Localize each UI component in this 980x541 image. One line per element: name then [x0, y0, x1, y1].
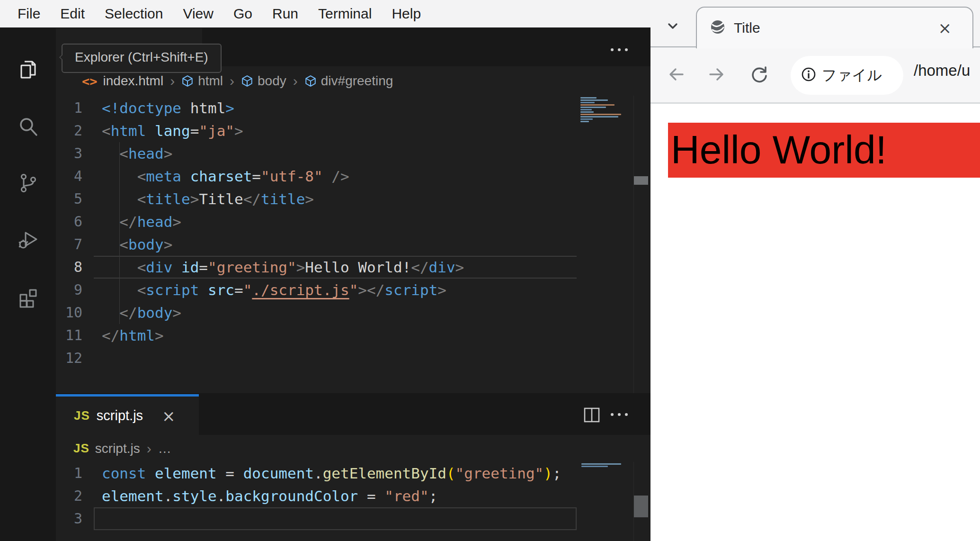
chevron-right-icon: › [293, 73, 298, 89]
reload-icon[interactable] [750, 65, 769, 86]
line-number: 4 [56, 165, 94, 188]
menu-help[interactable]: Help [382, 0, 431, 27]
line-number: 3 [56, 507, 94, 530]
menu-view[interactable]: View [173, 0, 223, 27]
line-number: 3 [56, 142, 94, 165]
menu-file[interactable]: File [8, 0, 50, 27]
line-number: 11 [56, 324, 94, 347]
search-icon[interactable] [17, 116, 39, 137]
code-text: </body> [94, 301, 577, 324]
explorer-icon[interactable] [17, 59, 39, 81]
js-file-icon: JS [74, 408, 90, 423]
line-number: 1 [56, 462, 94, 485]
breadcrumb-file[interactable]: script.js [95, 441, 140, 456]
code-text: <title>Title</title> [94, 188, 577, 210]
code-text: <html lang="ja"> [94, 119, 577, 142]
code-text: <!doctype html> [94, 97, 577, 119]
menu-terminal[interactable]: Terminal [308, 0, 382, 27]
code-line[interactable]: 11</html> [56, 324, 577, 347]
line-number: 12 [56, 347, 94, 370]
line-number: 6 [56, 210, 94, 233]
code-text: <div id="greeting">Hello World!</div> [94, 256, 577, 279]
source-control-icon[interactable] [17, 172, 39, 194]
code-line[interactable]: 8 <div id="greeting">Hello World!</div> [56, 256, 577, 279]
line-number: 10 [56, 301, 94, 324]
scrollbar-thumb[interactable] [634, 496, 648, 517]
code-line[interactable]: 9 <script src="./script.js"></script> [56, 279, 577, 301]
code-text [94, 347, 577, 370]
address-url[interactable]: /home/u [914, 62, 970, 80]
line-number: 9 [56, 279, 94, 301]
code-line[interactable]: 4 <meta charset="utf-8" /> [56, 165, 577, 188]
breadcrumb-segment[interactable]: html [198, 73, 223, 89]
code-line[interactable]: 10 </body> [56, 301, 577, 324]
symbol-cube-icon [181, 75, 194, 87]
indent-guide [119, 142, 120, 324]
chevron-right-icon: › [170, 73, 175, 89]
breadcrumb-segment[interactable]: body [258, 73, 286, 89]
minimap[interactable] [580, 97, 624, 122]
line-number: 2 [56, 119, 94, 142]
js-file-icon: JS [73, 441, 89, 456]
html-file-icon: <> [82, 74, 98, 89]
code-line[interactable]: 5 <title>Title</title> [56, 188, 577, 210]
chevron-right-icon: › [147, 441, 151, 457]
code-text: </head> [94, 210, 577, 233]
code-line[interactable]: 2element.style.backgroundColor = "red"; [56, 485, 577, 507]
scrollbar-thumb[interactable] [634, 176, 648, 185]
code-text: <body> [94, 233, 577, 256]
editor-actions-more-icon[interactable] [611, 413, 628, 416]
menu-run[interactable]: Run [262, 0, 308, 27]
code-text: <script src="./script.js"></script> [94, 279, 577, 301]
browser-toolbar: ファイル /home/u [650, 47, 980, 102]
html-editor[interactable]: 1<!doctype html>2<html lang="ja">3 <head… [56, 96, 650, 393]
globe-favicon [710, 19, 725, 36]
close-tab-icon[interactable]: × [938, 18, 952, 37]
js-editor[interactable]: 1const element = document.getElementById… [56, 462, 650, 541]
tab-title: Title [734, 20, 760, 36]
scrollbar-track [633, 96, 634, 393]
screen: FileEditSelectionViewGoRunTerminalHelp [0, 0, 980, 541]
tooltip-arrow [55, 52, 66, 63]
split-editor-icon[interactable] [584, 407, 600, 424]
forward-icon[interactable] [707, 65, 725, 85]
menu-selection[interactable]: Selection [95, 0, 173, 27]
tab-search-chevron-icon[interactable] [666, 19, 680, 35]
code-line[interactable]: 3 <head> [56, 142, 577, 165]
extensions-icon[interactable] [17, 287, 39, 308]
code-text: </html> [94, 324, 577, 347]
code-text: <head> [94, 142, 577, 165]
close-tab-icon[interactable]: × [162, 406, 176, 425]
menu-bar: FileEditSelectionViewGoRunTerminalHelp [0, 0, 650, 27]
back-icon[interactable] [668, 65, 686, 85]
code-line[interactable]: 7 <body> [56, 233, 577, 256]
line-number: 5 [56, 188, 94, 210]
code-line[interactable]: 6 </head> [56, 210, 577, 233]
menu-edit[interactable]: Edit [50, 0, 95, 27]
code-line[interactable]: 1const element = document.getElementById… [56, 462, 577, 485]
code-text: <meta charset="utf-8" /> [94, 165, 577, 188]
line-number: 7 [56, 233, 94, 256]
line-number: 1 [56, 97, 94, 119]
tab-script-js[interactable]: JS script.js × [56, 394, 199, 435]
page-content: Hello World! [650, 104, 980, 541]
browser-tab[interactable]: Title × [696, 7, 973, 48]
code-line[interactable]: 2<html lang="ja"> [56, 119, 577, 142]
minimap[interactable] [581, 463, 625, 467]
breadcrumb: JS script.js › … [56, 435, 650, 462]
run-and-debug-icon[interactable] [17, 229, 39, 251]
breadcrumb-file[interactable]: index.html [103, 73, 164, 89]
menu-go[interactable]: Go [223, 0, 262, 27]
code-line[interactable]: 1<!doctype html> [56, 97, 577, 119]
code-text: element.style.backgroundColor = "red"; [94, 485, 577, 507]
greeting-div: Hello World! [668, 123, 980, 178]
code-line[interactable]: 3 [56, 507, 577, 530]
breadcrumb-segment[interactable]: div#greeting [321, 73, 393, 89]
chevron-right-icon: › [230, 73, 234, 89]
breadcrumb-more[interactable]: … [158, 441, 171, 456]
editor-actions-more-icon[interactable] [611, 48, 628, 51]
file-scheme-chip[interactable]: ファイル [791, 56, 903, 95]
code-line[interactable]: 12 [56, 347, 577, 370]
explorer-tooltip: Explorer (Ctrl+Shift+E) [62, 44, 222, 73]
symbol-cube-icon [304, 75, 317, 87]
